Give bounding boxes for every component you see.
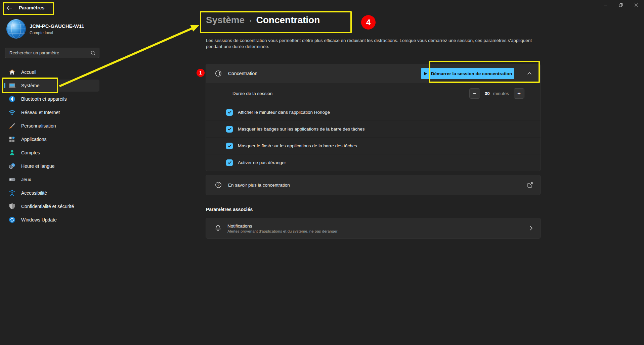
annotation-badge-1: 1 [197, 69, 205, 77]
focus-expander-header[interactable]: Concentration Démarrer la session de con… [206, 64, 541, 83]
svg-text:?: ? [217, 183, 219, 187]
bell-icon [214, 224, 222, 232]
sidebar-item-label: Bluetooth et appareils [21, 96, 67, 102]
window-controls [598, 0, 644, 10]
back-button[interactable] [5, 4, 13, 12]
sidebar-item-label: Accessibilité [21, 190, 47, 196]
sidebar-item-label: Personnalisation [21, 123, 56, 129]
home-icon [8, 68, 16, 76]
do-not-disturb-row[interactable]: Activer ne pas déranger [206, 154, 541, 171]
bluetooth-icon [8, 95, 16, 103]
selected-indicator [4, 83, 5, 88]
minimize-icon [603, 2, 608, 8]
privacy-shield-icon [8, 203, 16, 210]
account-avatar-globe[interactable] [6, 19, 26, 39]
hide-flash-checkbox[interactable] [226, 143, 233, 149]
system-icon [8, 82, 16, 89]
hide-flash-row[interactable]: Masquer le flash sur les applications de… [206, 137, 541, 154]
play-icon [423, 71, 428, 76]
sidebar-item-bluetooth[interactable]: Bluetooth et appareils [4, 93, 99, 105]
restore-icon [618, 2, 624, 8]
checkmark-icon [227, 160, 232, 165]
sidebar-item-accueil[interactable]: Accueil [4, 66, 99, 78]
page-title: Concentration [256, 15, 320, 26]
sidebar-item-label: Système [21, 83, 39, 88]
window-title: Paramètres [19, 5, 44, 10]
search-icon[interactable] [90, 50, 96, 56]
accounts-person-icon [8, 149, 16, 156]
sidebar-item-label: Windows Update [21, 217, 57, 223]
checkbox-label: Masquer les badges sur les applications … [238, 127, 364, 132]
breadcrumb-separator-icon: › [249, 17, 251, 24]
learn-more-card[interactable]: ? En savoir plus la concentration [206, 175, 541, 195]
accessibility-icon [8, 189, 16, 197]
notifications-card[interactable]: Notifications Alertes provenant d'applic… [206, 218, 541, 239]
chevron-up-icon [526, 70, 532, 77]
restore-button[interactable] [613, 0, 629, 10]
start-focus-session-button[interactable]: Démarrer la session de concentration [421, 68, 514, 79]
annotation-badge-4: 4 [361, 15, 376, 30]
personalization-brush-icon [8, 122, 16, 130]
duration-decrease-button[interactable]: − [469, 88, 480, 99]
sidebar-item-personnalisation[interactable]: Personnalisation [4, 120, 99, 132]
back-arrow-icon [6, 5, 13, 11]
search-box[interactable] [5, 48, 99, 58]
sidebar-item-label: Réseau et Internet [21, 110, 60, 115]
show-timer-checkbox[interactable] [226, 109, 233, 116]
notifications-text: Notifications Alertes provenant d'applic… [227, 224, 338, 233]
hide-badges-checkbox[interactable] [226, 126, 233, 133]
chevron-right-icon [528, 226, 534, 231]
checkmark-icon [227, 110, 232, 114]
sidebar-item-label: Heure et langue [21, 163, 55, 169]
start-focus-session-label: Démarrer la session de concentration [431, 71, 512, 76]
expander-collapse-button[interactable] [524, 68, 535, 79]
sidebar-item-applications[interactable]: Applications [4, 133, 99, 145]
sidebar-item-systeme[interactable]: Système [4, 80, 99, 92]
focus-expander-card: Concentration Démarrer la session de con… [206, 64, 541, 171]
close-button[interactable] [629, 0, 644, 10]
search-input[interactable] [5, 50, 90, 55]
do-not-disturb-checkbox[interactable] [226, 159, 233, 166]
notifications-title: Notifications [227, 224, 338, 229]
minimize-button[interactable] [598, 0, 613, 10]
focus-title: Concentration [228, 71, 257, 76]
account-type: Compte local [30, 31, 53, 35]
apps-icon [8, 136, 16, 143]
duration-stepper: − 30 minutes + [469, 88, 524, 99]
help-icon: ? [215, 181, 222, 189]
external-link-wrap[interactable] [527, 182, 533, 188]
sidebar-item-label: Applications [21, 137, 47, 142]
sidebar-item-label: Accueil [21, 69, 36, 75]
duration-unit: minutes [493, 91, 509, 96]
network-wifi-icon [8, 109, 16, 116]
duration-value: 30 [485, 91, 490, 96]
sidebar-item-heure-langue[interactable]: Heure et langue [4, 160, 99, 172]
session-duration-label: Durée de la session [232, 91, 272, 96]
breadcrumb: Système › Concentration [206, 15, 320, 26]
checkbox-label: Masquer le flash sur les applications de… [238, 143, 357, 148]
close-icon [634, 2, 639, 8]
account-name: JCM-PC-GAUCHE-W11 [30, 23, 84, 29]
time-language-icon [8, 162, 16, 170]
sidebar-item-jeux[interactable]: Jeux [4, 174, 99, 186]
checkmark-icon [227, 127, 232, 131]
sidebar-item-comptes[interactable]: Comptes [4, 147, 99, 159]
sidebar-item-label: Jeux [21, 177, 31, 182]
show-timer-row[interactable]: Afficher le minuteur dans l'application … [206, 104, 541, 120]
sidebar-item-label: Confidentialité et sécurité [21, 204, 74, 209]
sidebar-item-reseau[interactable]: Réseau et Internet [4, 106, 99, 118]
checkbox-label: Afficher le minuteur dans l'application … [238, 110, 330, 115]
related-settings-heading: Paramètres associés [206, 207, 253, 212]
sidebar-item-confidentialite[interactable]: Confidentialité et sécurité [4, 200, 99, 212]
windows-update-icon [8, 216, 16, 224]
checkbox-label: Activer ne pas déranger [238, 160, 286, 165]
duration-increase-button[interactable]: + [514, 88, 524, 99]
sidebar-item-windows-update[interactable]: Windows Update [4, 214, 99, 226]
sidebar-item-accessibilite[interactable]: Accessibilité [4, 187, 99, 199]
hide-badges-row[interactable]: Masquer les badges sur les applications … [206, 120, 541, 137]
gaming-controller-icon [8, 176, 16, 183]
page-description: Les sessions de concentration vous perme… [206, 38, 546, 50]
breadcrumb-parent[interactable]: Système [206, 15, 245, 26]
external-link-icon [527, 182, 533, 188]
sidebar-item-label: Comptes [21, 150, 40, 155]
